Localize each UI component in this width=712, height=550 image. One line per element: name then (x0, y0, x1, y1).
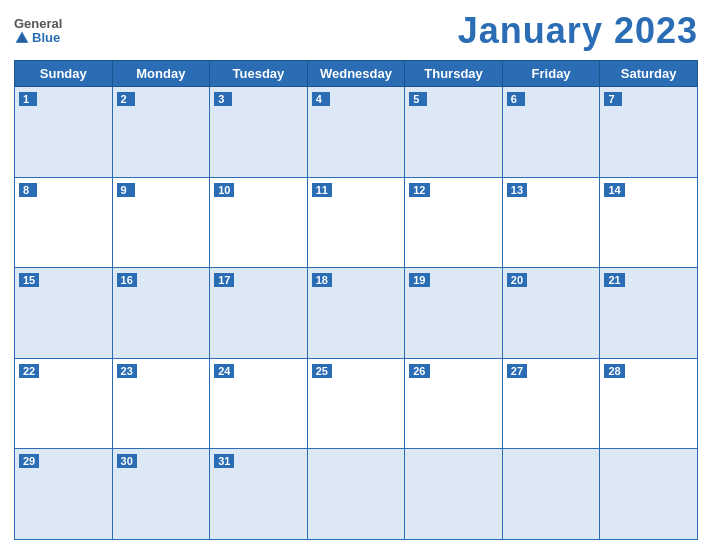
calendar-day-cell (405, 449, 503, 540)
day-number: 11 (312, 183, 332, 197)
calendar-day-cell: 31 (210, 449, 308, 540)
calendar-day-cell (307, 449, 405, 540)
calendar-day-cell (600, 449, 698, 540)
calendar-day-cell: 5 (405, 87, 503, 178)
day-number: 12 (409, 183, 429, 197)
calendar-day-cell: 18 (307, 268, 405, 359)
calendar-week-row: 293031 (15, 449, 698, 540)
logo-general-text: General (14, 17, 62, 30)
calendar-day-cell: 28 (600, 358, 698, 449)
calendar-day-cell: 14 (600, 177, 698, 268)
calendar-day-cell: 13 (502, 177, 600, 268)
logo-blue-text: Blue (14, 30, 60, 46)
day-number: 19 (409, 273, 429, 287)
calendar-day-cell: 6 (502, 87, 600, 178)
day-number: 4 (312, 92, 330, 106)
day-number: 2 (117, 92, 135, 106)
day-number: 5 (409, 92, 427, 106)
day-number: 28 (604, 364, 624, 378)
header-sunday: Sunday (15, 61, 113, 87)
calendar-day-cell: 21 (600, 268, 698, 359)
day-number: 14 (604, 183, 624, 197)
day-number: 9 (117, 183, 135, 197)
day-number: 26 (409, 364, 429, 378)
day-number: 21 (604, 273, 624, 287)
day-number: 7 (604, 92, 622, 106)
header: General Blue January 2023 (14, 10, 698, 52)
calendar-day-cell: 3 (210, 87, 308, 178)
day-number: 8 (19, 183, 37, 197)
calendar-day-cell: 29 (15, 449, 113, 540)
logo: General Blue (14, 17, 62, 46)
month-title: January 2023 (458, 10, 698, 52)
day-number: 18 (312, 273, 332, 287)
header-friday: Friday (502, 61, 600, 87)
calendar-table: Sunday Monday Tuesday Wednesday Thursday… (14, 60, 698, 540)
calendar-day-cell: 17 (210, 268, 308, 359)
calendar-day-cell: 20 (502, 268, 600, 359)
calendar-week-row: 22232425262728 (15, 358, 698, 449)
header-thursday: Thursday (405, 61, 503, 87)
calendar-day-cell (502, 449, 600, 540)
day-number: 22 (19, 364, 39, 378)
header-monday: Monday (112, 61, 210, 87)
day-number: 31 (214, 454, 234, 468)
day-number: 17 (214, 273, 234, 287)
day-number: 27 (507, 364, 527, 378)
calendar-day-cell: 7 (600, 87, 698, 178)
calendar-day-cell: 22 (15, 358, 113, 449)
logo-icon (14, 30, 30, 46)
calendar-day-cell: 24 (210, 358, 308, 449)
calendar-week-row: 891011121314 (15, 177, 698, 268)
day-number: 25 (312, 364, 332, 378)
day-number: 16 (117, 273, 137, 287)
calendar-day-cell: 30 (112, 449, 210, 540)
calendar-day-cell: 19 (405, 268, 503, 359)
calendar-day-cell: 1 (15, 87, 113, 178)
calendar-week-row: 15161718192021 (15, 268, 698, 359)
calendar-page: General Blue January 2023 Sunday Monday … (0, 0, 712, 550)
day-number: 10 (214, 183, 234, 197)
day-number: 30 (117, 454, 137, 468)
day-number: 1 (19, 92, 37, 106)
header-wednesday: Wednesday (307, 61, 405, 87)
calendar-day-cell: 15 (15, 268, 113, 359)
day-number: 13 (507, 183, 527, 197)
calendar-day-cell: 2 (112, 87, 210, 178)
calendar-day-cell: 4 (307, 87, 405, 178)
calendar-day-cell: 12 (405, 177, 503, 268)
calendar-day-cell: 16 (112, 268, 210, 359)
header-tuesday: Tuesday (210, 61, 308, 87)
calendar-day-cell: 27 (502, 358, 600, 449)
days-header-row: Sunday Monday Tuesday Wednesday Thursday… (15, 61, 698, 87)
day-number: 6 (507, 92, 525, 106)
calendar-week-row: 1234567 (15, 87, 698, 178)
calendar-day-cell: 8 (15, 177, 113, 268)
calendar-day-cell: 11 (307, 177, 405, 268)
calendar-day-cell: 10 (210, 177, 308, 268)
day-number: 20 (507, 273, 527, 287)
day-number: 23 (117, 364, 137, 378)
calendar-day-cell: 23 (112, 358, 210, 449)
day-number: 29 (19, 454, 39, 468)
calendar-day-cell: 25 (307, 358, 405, 449)
header-saturday: Saturday (600, 61, 698, 87)
day-number: 15 (19, 273, 39, 287)
day-number: 3 (214, 92, 232, 106)
calendar-day-cell: 26 (405, 358, 503, 449)
calendar-day-cell: 9 (112, 177, 210, 268)
day-number: 24 (214, 364, 234, 378)
